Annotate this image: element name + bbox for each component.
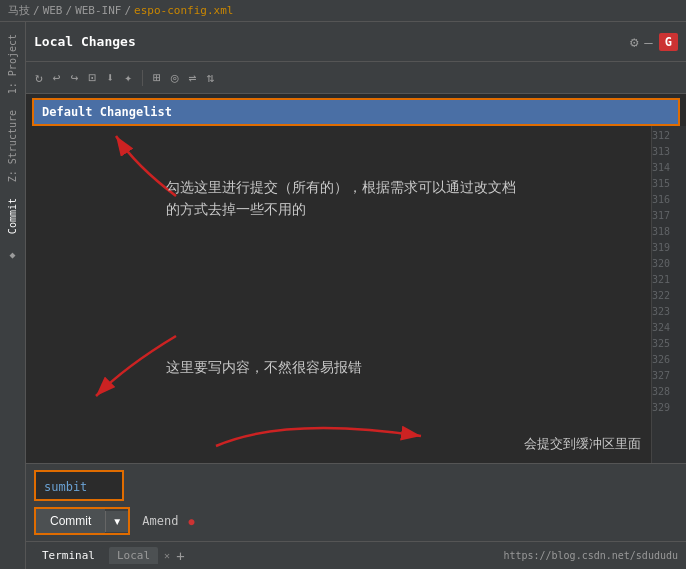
breadcrumb-item-2: WEB <box>43 4 63 17</box>
line-num-321: 321 <box>652 272 686 288</box>
redo-button[interactable]: ↪ <box>68 68 82 87</box>
main-layout: 1: Project Z: Structure Commit ◆ Local C… <box>0 22 686 569</box>
arrow-3-svg <box>206 396 436 456</box>
annotation-text-2: 这里要写内容，不然很容易报错 <box>166 356 362 378</box>
add-terminal-button[interactable]: + <box>176 548 184 564</box>
panel-header-icons: ⚙ — G <box>630 33 678 51</box>
tab-terminal[interactable]: Terminal <box>34 547 103 564</box>
commit-buttons-row: Commit ▼ Amend ● <box>34 507 678 535</box>
commit-button-wrap: Commit ▼ <box>34 507 130 535</box>
changelist-item[interactable]: Default Changelist <box>32 98 680 126</box>
line-num-313: 313 <box>652 144 686 160</box>
breadcrumb-item-1: 马技 <box>8 3 30 18</box>
dropdown-arrow-icon: ▼ <box>112 516 122 527</box>
annotation-text-1: 勾选这里进行提交（所有的），根据需求可以通过改文档 的方式去掉一些不用的 <box>166 176 516 221</box>
user-avatar: G <box>659 33 678 51</box>
line-num-312: 312 <box>652 128 686 144</box>
bottom-section: Commit ▼ Amend ● <box>26 463 686 541</box>
main-panel: Local Changes ⚙ — G ↻ ↩ ↪ ⊡ ⬇ ✦ ⊞ ◎ ⇌ ⇅ … <box>26 22 686 569</box>
line-num-322: 322 <box>652 288 686 304</box>
line-num-324: 324 <box>652 320 686 336</box>
diff-button[interactable]: ⊡ <box>85 68 99 87</box>
changelist-label: Default Changelist <box>42 105 172 119</box>
line-num-316: 316 <box>652 192 686 208</box>
filter-button[interactable]: ⇅ <box>203 68 217 87</box>
line-num-326: 326 <box>652 352 686 368</box>
sidebar-item-settings[interactable]: ◆ <box>3 243 22 270</box>
line-num-327: 327 <box>652 368 686 384</box>
sidebar-item-structure[interactable]: Z: Structure <box>3 102 22 190</box>
content-area: 312 313 314 315 316 317 318 319 320 321 … <box>26 126 686 463</box>
breadcrumb-bar: 马技 / WEB / WEB-INF / espo-config.xml <box>0 0 686 22</box>
tab-local[interactable]: Local <box>109 547 158 564</box>
commit-button[interactable]: Commit <box>36 509 105 533</box>
grid-button[interactable]: ⊞ <box>150 68 164 87</box>
line-num-315: 315 <box>652 176 686 192</box>
line-num-318: 318 <box>652 224 686 240</box>
minimize-icon[interactable]: — <box>644 34 652 50</box>
toolbar-separator <box>142 70 143 86</box>
panel-header: Local Changes ⚙ — G <box>26 22 686 62</box>
add-button[interactable]: ✦ <box>121 68 135 87</box>
csdn-url: https://blog.csdn.net/sdududu <box>503 550 678 561</box>
annotation-text-3: 会提交到缓冲区里面 <box>524 435 641 453</box>
close-terminal-icon[interactable]: ✕ <box>164 550 170 561</box>
line-num-317: 317 <box>652 208 686 224</box>
commit-dropdown-button[interactable]: ▼ <box>105 511 128 532</box>
toolbar: ↻ ↩ ↪ ⊡ ⬇ ✦ ⊞ ◎ ⇌ ⇅ <box>26 62 686 94</box>
line-num-328: 328 <box>652 384 686 400</box>
settings-icon[interactable]: ⚙ <box>630 34 638 50</box>
sort-button[interactable]: ⇌ <box>186 68 200 87</box>
undo-button[interactable]: ↩ <box>50 68 64 87</box>
breadcrumb-item-3: WEB-INF <box>75 4 121 17</box>
line-num-320: 320 <box>652 256 686 272</box>
dot-indicator: ● <box>188 516 194 527</box>
sidebar-item-commit[interactable]: Commit <box>3 190 22 242</box>
line-num-323: 323 <box>652 304 686 320</box>
side-tabs: 1: Project Z: Structure Commit ◆ <box>0 22 26 569</box>
amend-label: Amend <box>142 514 178 528</box>
commit-input-box <box>34 470 124 501</box>
download-button[interactable]: ⬇ <box>103 68 117 87</box>
refresh-button[interactable]: ↻ <box>32 68 46 87</box>
line-num-325: 325 <box>652 336 686 352</box>
line-numbers-column: 312 313 314 315 316 317 318 319 320 321 … <box>651 126 686 463</box>
sidebar-item-project[interactable]: 1: Project <box>3 26 22 102</box>
line-num-314: 314 <box>652 160 686 176</box>
line-num-319: 319 <box>652 240 686 256</box>
line-num-329: 329 <box>652 400 686 416</box>
eye-button[interactable]: ◎ <box>168 68 182 87</box>
panel-title: Local Changes <box>34 34 136 49</box>
terminal-bar: Terminal Local ✕ + https://blog.csdn.net… <box>26 541 686 569</box>
commit-message-input[interactable] <box>44 480 114 494</box>
breadcrumb-item-4: espo-config.xml <box>134 4 233 17</box>
